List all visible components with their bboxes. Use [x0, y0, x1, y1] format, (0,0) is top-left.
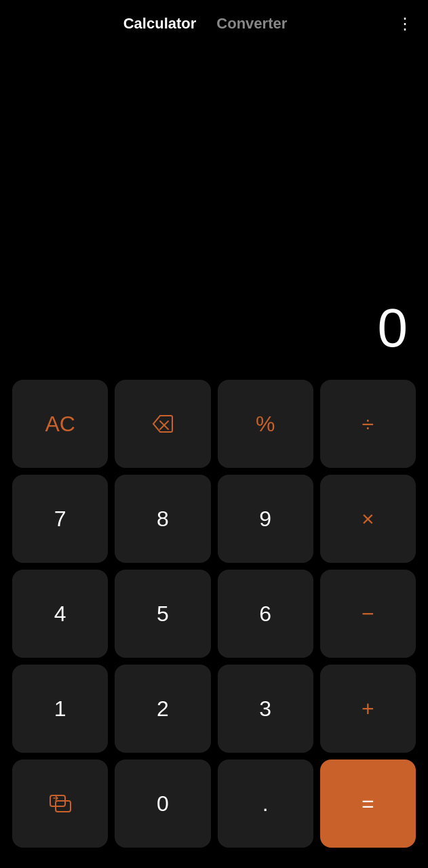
one-button[interactable]: 1 [12, 665, 108, 753]
currency-button[interactable] [12, 760, 108, 848]
tab-calculator[interactable]: Calculator [123, 15, 197, 33]
decimal-button[interactable]: . [218, 760, 313, 848]
two-button[interactable]: 2 [115, 665, 210, 753]
display-value: 0 [378, 297, 408, 359]
seven-button[interactable]: 7 [12, 475, 108, 563]
four-button[interactable]: 4 [12, 570, 108, 658]
percent-button[interactable]: % [218, 380, 313, 468]
divide-button[interactable]: ÷ [320, 380, 416, 468]
eight-button[interactable]: 8 [115, 475, 210, 563]
top-navigation: Calculator Converter ⋮ [0, 0, 428, 47]
ac-button[interactable]: AC [12, 380, 108, 468]
nine-button[interactable]: 9 [218, 475, 313, 563]
calculator-pad: AC % ÷ 7 8 9 × 4 5 6 − 1 2 3 + [0, 373, 428, 868]
display-area: 0 [0, 47, 428, 373]
currency-icon [48, 791, 73, 816]
button-row-4: 1 2 3 + [12, 665, 416, 753]
tab-converter[interactable]: Converter [216, 15, 287, 33]
nav-tabs: Calculator Converter [14, 15, 397, 33]
zero-button[interactable]: 0 [115, 760, 210, 848]
three-button[interactable]: 3 [218, 665, 313, 753]
button-row-5: 0 . = [12, 760, 416, 848]
equals-button[interactable]: = [320, 760, 416, 848]
multiply-button[interactable]: × [320, 475, 416, 563]
button-row-2: 7 8 9 × [12, 475, 416, 563]
backspace-button[interactable] [115, 380, 210, 468]
five-button[interactable]: 5 [115, 570, 210, 658]
more-menu-button[interactable]: ⋮ [397, 14, 414, 33]
button-row-3: 4 5 6 − [12, 570, 416, 658]
six-button[interactable]: 6 [218, 570, 313, 658]
subtract-button[interactable]: − [320, 570, 416, 658]
add-button[interactable]: + [320, 665, 416, 753]
backspace-icon [151, 412, 175, 436]
button-row-1: AC % ÷ [12, 380, 416, 468]
